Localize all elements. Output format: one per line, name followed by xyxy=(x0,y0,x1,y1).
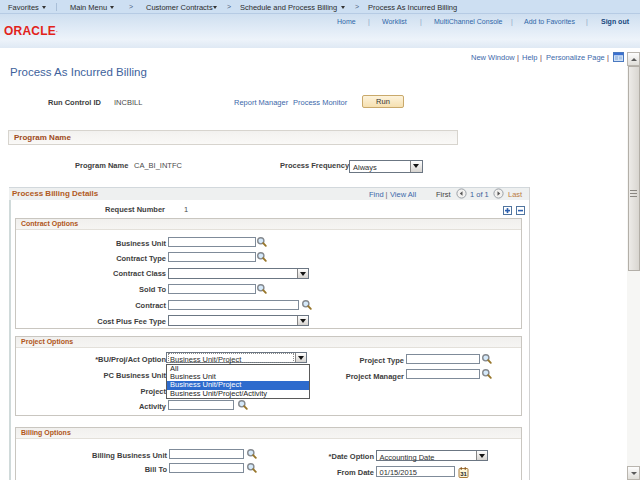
svg-text:31: 31 xyxy=(460,471,467,477)
